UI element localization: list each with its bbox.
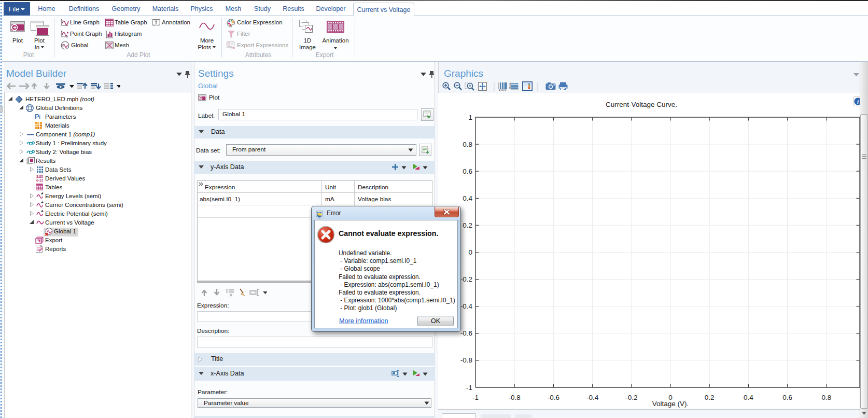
svg-text:-0.8: -0.8 [509, 394, 521, 401]
svg-text:0.6: 0.6 [782, 394, 792, 401]
svg-text:0: 0 [468, 248, 472, 256]
svg-text:Current-Voltage Curve.: Current-Voltage Curve. [606, 101, 677, 108]
svg-text:-0.4: -0.4 [586, 394, 599, 401]
svg-text:-0.8: -0.8 [460, 356, 472, 364]
svg-text:-0.2: -0.2 [460, 275, 472, 283]
svg-text:-0.6: -0.6 [460, 329, 472, 337]
svg-text:-0.4: -0.4 [460, 302, 473, 310]
svg-text:1: 1 [468, 114, 472, 121]
svg-text:0.8: 0.8 [463, 141, 472, 148]
svg-text:0.2: 0.2 [463, 221, 472, 229]
svg-text:-0.6: -0.6 [548, 394, 559, 401]
svg-text:-0.2: -0.2 [625, 394, 637, 401]
svg-text:-1: -1 [472, 394, 479, 401]
svg-text:-1: -1 [466, 384, 472, 392]
svg-text:0.2: 0.2 [705, 394, 715, 401]
svg-text:0.4: 0.4 [744, 394, 753, 401]
svg-text:0.4: 0.4 [463, 194, 472, 202]
svg-text:Voltage (V).: Voltage (V). [652, 400, 689, 408]
svg-text:0.8: 0.8 [821, 394, 831, 401]
svg-text:0.6: 0.6 [463, 168, 472, 175]
